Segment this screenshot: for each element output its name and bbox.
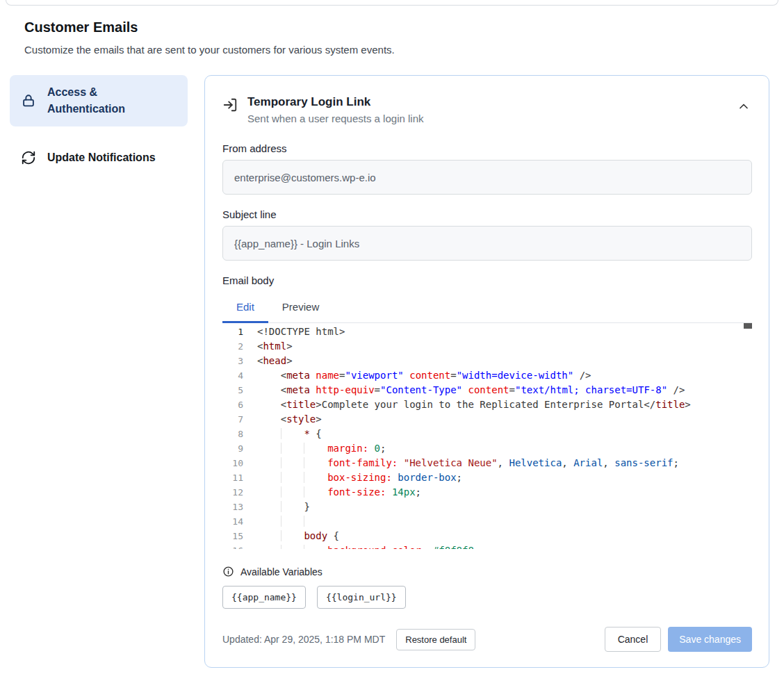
line-number: 1 (222, 325, 243, 339)
code-text: <title>Complete your login to the Replic… (257, 397, 691, 412)
line-number: 10 (222, 456, 243, 470)
code-line: 3<head> (222, 354, 752, 368)
temporary-login-link-card: Temporary Login Link Sent when a user re… (204, 75, 769, 668)
code-line: 6 <title>Complete your login to the Repl… (222, 397, 752, 412)
line-number: 2 (222, 339, 243, 354)
login-icon (222, 97, 238, 113)
code-line: 8 * { (222, 427, 752, 441)
code-text: } (257, 500, 310, 514)
card-footer: Updated: Apr 29, 2025, 1:18 PM MDT Resto… (222, 627, 752, 652)
code-text (257, 514, 327, 529)
line-number: 15 (222, 529, 243, 543)
editor-scrollbar-thumb[interactable] (744, 323, 752, 329)
code-line: 13 } (222, 500, 752, 514)
line-number: 6 (222, 397, 243, 412)
subject-line-group: Subject line (222, 208, 752, 261)
code-text: <meta http-equiv="Content-Type" content=… (257, 383, 685, 397)
code-text: background-color: #f8f8f8; (257, 543, 480, 549)
code-line: 4 <meta name="viewport" content="width=d… (222, 368, 752, 383)
code-line: 1<!DOCTYPE html> (222, 325, 752, 339)
tab-preview[interactable]: Preview (268, 295, 333, 323)
line-number: 16 (222, 543, 243, 549)
card-header-text: Temporary Login Link Sent when a user re… (247, 95, 423, 124)
code-line: 16 background-color: #f8f8f8; (222, 543, 752, 549)
code-line: 5 <meta http-equiv="Content-Type" conten… (222, 383, 752, 397)
line-number: 13 (222, 500, 243, 514)
sidebar-item-update-notifications[interactable]: Update Notifications (10, 140, 188, 175)
line-number: 9 (222, 441, 243, 456)
code-line: 14 (222, 514, 752, 529)
collapse-button[interactable] (735, 98, 752, 115)
variable-chip-login-url[interactable]: {{login_url}} (317, 586, 406, 609)
subject-line-label: Subject line (222, 208, 752, 220)
code-line: 11 box-sizing: border-box; (222, 470, 752, 485)
info-icon[interactable] (222, 566, 234, 577)
code-line: 2<html> (222, 339, 752, 354)
variable-chip-app-name[interactable]: {{app_name}} (222, 586, 306, 609)
chevron-up-icon (737, 99, 751, 113)
email-body-group: Email body Edit Preview 1<!DOCTYPE html>… (222, 274, 752, 549)
sidebar-item-label: Access & Authentication (47, 84, 177, 117)
sidebar-item-label: Update Notifications (47, 149, 156, 166)
line-number: 8 (222, 427, 243, 441)
line-number: 5 (222, 383, 243, 397)
code-text: <style> (257, 412, 322, 427)
updated-timestamp: Updated: Apr 29, 2025, 1:18 PM MDT (222, 634, 385, 645)
code-line: 15 body { (222, 529, 752, 543)
page-header: Customer Emails Customize the emails tha… (24, 19, 769, 56)
card-header: Temporary Login Link Sent when a user re… (222, 95, 752, 124)
from-address-input[interactable] (222, 160, 752, 195)
code-text: <!DOCTYPE html> (257, 325, 345, 339)
code-line: 12 font-size: 14px; (222, 485, 752, 500)
line-number: 3 (222, 354, 243, 368)
save-changes-button[interactable]: Save changes (668, 627, 752, 652)
code-line: 7 <style> (222, 412, 752, 427)
cancel-button[interactable]: Cancel (605, 627, 662, 652)
tab-edit[interactable]: Edit (222, 295, 268, 323)
page-title: Customer Emails (24, 19, 769, 35)
line-number: 4 (222, 368, 243, 383)
code-text: body { (257, 529, 339, 543)
footer-actions: Cancel Save changes (605, 627, 752, 652)
sidebar-item-access-authentication[interactable]: Access & Authentication (10, 75, 188, 126)
line-number: 7 (222, 412, 243, 427)
code-line: 10 font-family: "Helvetica Neue", Helvet… (222, 456, 752, 470)
email-body-label: Email body (222, 274, 752, 286)
previous-card-bottom-edge (6, 0, 778, 6)
sync-icon (21, 150, 36, 165)
code-text: margin: 0; (257, 441, 386, 456)
page-subtitle: Customize the emails that are sent to yo… (24, 44, 769, 56)
from-address-label: From address (222, 142, 752, 154)
code-text: <meta name="viewport" content="width=dev… (257, 368, 591, 383)
code-text: font-family: "Helvetica Neue", Helvetica… (257, 456, 679, 470)
restore-default-button[interactable]: Restore default (396, 629, 475, 650)
code-line: 9 margin: 0; (222, 441, 752, 456)
code-text: <html> (257, 339, 293, 354)
lock-icon (21, 93, 36, 108)
from-address-group: From address (222, 142, 752, 195)
available-variables-header: Available Variables (222, 566, 752, 577)
line-number: 11 (222, 470, 243, 485)
code-text: box-sizing: border-box; (257, 470, 462, 485)
code-text: * { (257, 427, 322, 441)
code-editor[interactable]: 1<!DOCTYPE html>2<html>3<head>4 <meta na… (222, 323, 752, 549)
code-text: font-size: 14px; (257, 485, 421, 500)
variable-chips: {{app_name}} {{login_url}} (222, 586, 752, 609)
subject-line-input[interactable] (222, 226, 752, 261)
content-layout: Access & Authentication Update Notificat… (10, 75, 769, 668)
card-title: Temporary Login Link (247, 95, 423, 109)
card-subtitle: Sent when a user requests a login link (247, 113, 423, 124)
sidebar: Access & Authentication Update Notificat… (10, 75, 188, 175)
code-text: <head> (257, 354, 293, 368)
editor-scrollbar[interactable] (744, 323, 752, 549)
code-editor-lines: 1<!DOCTYPE html>2<html>3<head>4 <meta na… (222, 323, 752, 549)
email-body-tabs: Edit Preview (222, 295, 752, 323)
available-variables-label: Available Variables (240, 566, 322, 577)
line-number: 14 (222, 514, 243, 529)
line-number: 12 (222, 485, 243, 500)
